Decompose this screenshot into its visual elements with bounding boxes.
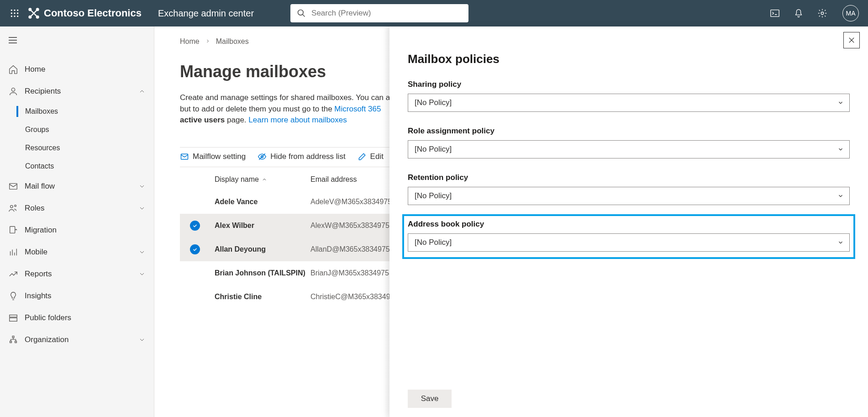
nav-roles[interactable]: Roles (0, 197, 154, 219)
breadcrumb-home[interactable]: Home (180, 37, 200, 46)
panel-close-button[interactable] (843, 32, 860, 48)
mail-icon (180, 152, 189, 161)
toolbar-mailflow-setting[interactable]: Mailflow setting (180, 152, 246, 161)
sidebar: Home Recipients Mailboxes Groups Resourc… (0, 26, 154, 417)
svg-rect-31 (12, 336, 14, 338)
nav-sub-resources[interactable]: Resources (0, 139, 154, 157)
row-checkbox[interactable] (190, 292, 200, 302)
nav-recipients[interactable]: Recipients (0, 80, 154, 102)
person-icon (8, 86, 18, 96)
nav-sub-contacts[interactable]: Contacts (0, 157, 154, 175)
notifications-icon[interactable] (793, 8, 804, 19)
cell-display-name: Brian Johnson (TAILSPIN) (215, 269, 310, 277)
edit-icon (358, 152, 367, 161)
chevron-down-icon (837, 193, 844, 199)
link-m365[interactable]: Microsoft 365 (334, 105, 381, 113)
mobile-icon (8, 247, 18, 257)
svg-point-16 (821, 12, 824, 15)
field-abp: Address book policy [No Policy] (408, 220, 850, 252)
field-role-policy: Role assignment policy [No Policy] (408, 127, 850, 158)
svg-rect-33 (15, 341, 17, 343)
app-launcher-icon[interactable] (5, 4, 24, 22)
flyout-panel: Mailbox policies Sharing policy [No Poli… (389, 26, 868, 417)
nav-reports[interactable]: Reports (0, 263, 154, 285)
nav-mobile[interactable]: Mobile (0, 241, 154, 263)
row-checkbox-checked[interactable] (190, 244, 200, 254)
svg-point-0 (11, 10, 12, 11)
toolbar-edit[interactable]: Edit (358, 152, 384, 161)
cell-display-name: Adele Vance (215, 198, 310, 206)
svg-rect-15 (771, 10, 779, 17)
chevron-down-icon (138, 270, 146, 278)
settings-icon[interactable] (817, 8, 828, 19)
svg-point-23 (15, 205, 16, 207)
search-box[interactable] (290, 4, 468, 22)
breadcrumb-current: Mailboxes (216, 37, 249, 46)
select-retention-policy[interactable]: [No Policy] (408, 187, 850, 205)
select-sharing-policy[interactable]: [No Policy] (408, 94, 850, 112)
chevron-down-icon (837, 146, 844, 153)
chevron-down-icon (138, 183, 146, 190)
nav-insights[interactable]: Insights (0, 285, 154, 307)
col-header-displayname[interactable]: Display name (215, 175, 310, 184)
home-icon (8, 64, 18, 74)
chevron-down-icon (138, 336, 146, 343)
nav-organization[interactable]: Organization (0, 329, 154, 351)
sidebar-toggle-icon[interactable] (0, 35, 154, 48)
nav-home[interactable]: Home (0, 58, 154, 80)
svg-rect-29 (10, 315, 17, 317)
select-address-book-policy[interactable]: [No Policy] (408, 233, 850, 252)
nav-publicfolders[interactable]: Public folders (0, 307, 154, 329)
field-retention-policy: Retention policy [No Policy] (408, 173, 850, 205)
sort-up-icon (262, 177, 267, 182)
app-header: Contoso Electronics Exchange admin cente… (0, 0, 868, 26)
chevron-down-icon (837, 239, 844, 246)
chevron-down-icon (837, 100, 844, 106)
cell-display-name: Alex Wilber (215, 222, 310, 230)
link-learn-more[interactable]: Learn more about mailboxes (248, 116, 347, 124)
brand[interactable]: Contoso Electronics (27, 7, 142, 20)
svg-point-13 (298, 10, 304, 16)
chevron-down-icon (138, 248, 146, 256)
svg-point-22 (11, 206, 13, 208)
brand-logo-icon (27, 7, 40, 20)
select-role-policy[interactable]: [No Policy] (408, 140, 850, 158)
svg-point-5 (17, 12, 18, 14)
save-button[interactable]: Save (408, 390, 452, 408)
svg-line-14 (303, 15, 305, 17)
svg-point-3 (11, 12, 12, 14)
nav-sub-mailboxes[interactable]: Mailboxes (0, 102, 154, 121)
svg-point-1 (14, 10, 15, 11)
svg-rect-32 (10, 341, 12, 343)
row-checkbox-checked[interactable] (190, 221, 200, 231)
row-checkbox[interactable] (190, 268, 200, 278)
svg-point-7 (14, 16, 15, 17)
header-actions: MA (769, 5, 859, 21)
reports-icon (8, 269, 18, 279)
panel-title: Mailbox policies (408, 52, 850, 66)
hide-icon (258, 152, 267, 161)
nav-migration[interactable]: Migration (0, 219, 154, 241)
brand-name: Contoso Electronics (44, 7, 142, 19)
highlight-address-book-policy: Address book policy [No Policy] (402, 214, 855, 259)
row-checkbox[interactable] (190, 197, 200, 207)
search-input[interactable] (311, 9, 462, 18)
nav-mailflow[interactable]: Mail flow (0, 175, 154, 197)
app-title: Exchange admin center (158, 8, 254, 19)
chevron-down-icon (138, 205, 146, 212)
cell-display-name: Christie Cline (215, 293, 310, 301)
svg-point-2 (17, 10, 18, 11)
toolbar-hide-address[interactable]: Hide from address list (258, 152, 345, 161)
svg-point-4 (14, 12, 15, 14)
insights-icon (8, 291, 18, 301)
account-avatar[interactable]: MA (842, 5, 859, 21)
chevron-up-icon (138, 88, 146, 95)
close-icon (847, 36, 856, 44)
mail-icon (8, 181, 18, 191)
svg-point-6 (11, 16, 12, 17)
svg-point-8 (17, 16, 18, 17)
shell-icon[interactable] (769, 8, 780, 19)
search-icon (297, 9, 306, 18)
nav-sub-groups[interactable]: Groups (0, 121, 154, 139)
svg-rect-24 (10, 227, 15, 233)
